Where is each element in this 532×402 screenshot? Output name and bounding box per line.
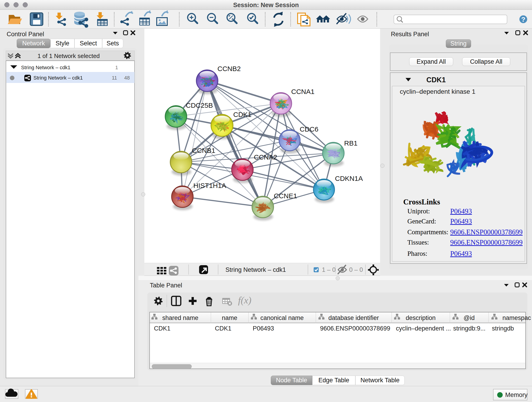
svg-text:?: ?	[521, 16, 525, 23]
svg-text:CDC25B: CDC25B	[186, 102, 213, 109]
svg-text:CCNE1: CCNE1	[274, 192, 297, 200]
svg-text:RB1: RB1	[344, 139, 357, 147]
svg-text:HIST1H1A: HIST1H1A	[193, 182, 226, 189]
svg-text:CDC6: CDC6	[300, 125, 318, 133]
svg-text:CCNB2: CCNB2	[217, 65, 241, 72]
svg-text:CCNB1: CCNB1	[192, 147, 215, 154]
svg-text:CDKN1A: CDKN1A	[335, 175, 363, 182]
svg-text:CDK1: CDK1	[233, 111, 252, 118]
svg-text:CCNA2: CCNA2	[254, 153, 277, 161]
svg-text:CCNA1: CCNA1	[291, 88, 315, 95]
